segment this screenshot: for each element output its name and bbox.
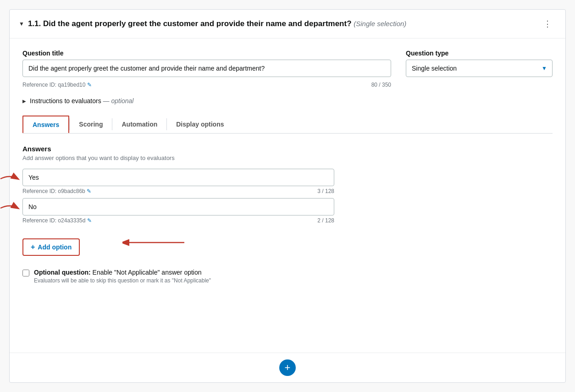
bottom-bar: +	[10, 353, 565, 382]
answer-no-edit-icon[interactable]: ✎	[87, 217, 92, 224]
more-options-button[interactable]: ⋮	[540, 17, 556, 31]
question-header: ▼ 1.1. Did the agent properly greet the …	[10, 10, 565, 39]
title-group: Question title Reference ID: qa19bed10 ✎…	[22, 50, 391, 88]
optional-question-hint: Evaluators will be able to skip this que…	[34, 277, 211, 284]
answer-no-input-wrap	[22, 198, 553, 215]
answer-yes-input-wrap	[22, 169, 553, 186]
answer-item-no: Reference ID: o24a3335d ✎ 2 / 128	[22, 198, 553, 224]
type-select-wrapper: Single selection Multiple selection Text…	[406, 60, 553, 77]
question-content: Question title Reference ID: qa19bed10 ✎…	[10, 39, 565, 295]
optional-question-label: Optional question: Enable "Not Applicabl…	[34, 269, 211, 276]
add-option-label: Add option	[38, 243, 72, 251]
answer-no-char-count: 2 / 128	[317, 217, 334, 224]
answers-section-subtitle: Add answer options that you want to disp…	[22, 155, 553, 161]
type-label: Question type	[406, 50, 553, 57]
answer-no-ref-row: Reference ID: o24a3335d ✎ 2 / 128	[22, 217, 334, 224]
collapse-chevron[interactable]: ▼	[19, 21, 24, 27]
answer-yes-ref: Reference ID: o9badc86b ✎	[22, 188, 91, 194]
question-header-title: 1.1. Did the agent properly greet the cu…	[28, 19, 536, 28]
optional-question-text-group: Optional question: Enable "Not Applicabl…	[34, 269, 211, 284]
title-label: Question title	[22, 50, 391, 57]
bottom-add-button[interactable]: +	[279, 359, 296, 376]
tab-automation[interactable]: Automation	[112, 116, 166, 134]
type-group: Question type Single selection Multiple …	[406, 50, 553, 77]
question-type-badge: (Single selection)	[354, 20, 406, 28]
question-card: ▼ 1.1. Did the agent properly greet the …	[9, 9, 566, 383]
arrow-add-option-icon	[122, 236, 187, 251]
tab-scoring[interactable]: Scoring	[70, 116, 112, 134]
question-type-select[interactable]: Single selection Multiple selection Text…	[406, 60, 553, 77]
tab-answers[interactable]: Answers	[22, 116, 69, 133]
optional-question-checkbox[interactable]	[22, 270, 29, 276]
instructions-chevron-icon: ▶	[22, 99, 26, 104]
answer-no-input[interactable]	[22, 198, 334, 215]
answer-item-yes: Reference ID: o9badc86b ✎ 3 / 128	[22, 169, 553, 194]
answer-yes-char-count: 3 / 128	[317, 188, 334, 194]
answer-yes-edit-icon[interactable]: ✎	[87, 188, 91, 194]
plus-icon: +	[31, 243, 35, 251]
question-form-row: Question title Reference ID: qa19bed10 ✎…	[22, 50, 553, 88]
question-number: 1.1.	[28, 19, 41, 28]
instructions-toggle[interactable]: ▶ Instructions to evaluators — optional	[22, 97, 553, 105]
title-ref-edit-icon[interactable]: ✎	[87, 82, 92, 88]
instructions-optional-label: — optional	[103, 97, 134, 105]
title-char-count: 80 / 350	[371, 82, 391, 88]
instructions-label: Instructions to evaluators — optional	[30, 97, 133, 105]
question-title-input[interactable]	[22, 60, 391, 77]
add-option-row: + Add option	[22, 231, 553, 256]
add-option-button[interactable]: + Add option	[22, 238, 80, 256]
arrow-no-icon	[0, 202, 21, 216]
answer-yes-ref-row: Reference ID: o9badc86b ✎ 3 / 128	[22, 188, 334, 194]
answer-yes-input[interactable]	[22, 169, 334, 186]
optional-question-row: Optional question: Enable "Not Applicabl…	[22, 269, 553, 284]
title-ref-row: Reference ID: qa19bed10 ✎ 80 / 350	[22, 82, 391, 88]
question-tabs: Answers Scoring Automation Display optio…	[22, 116, 553, 134]
title-ref-id: Reference ID: qa19bed10 ✎	[22, 82, 92, 88]
answer-no-ref: Reference ID: o24a3335d ✎	[22, 217, 92, 224]
arrow-yes-icon	[0, 172, 21, 187]
answers-section-title: Answers	[22, 145, 553, 153]
tab-display-options[interactable]: Display options	[167, 116, 233, 134]
